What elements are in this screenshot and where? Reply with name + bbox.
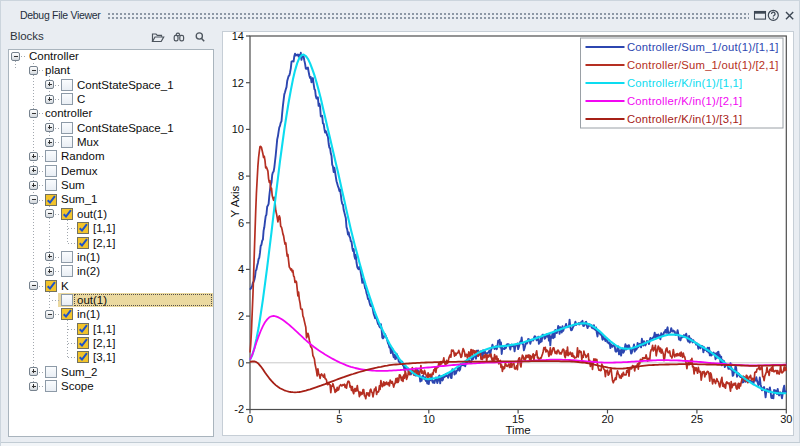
svg-text:Controller/K/in(1)/[3,1]: Controller/K/in(1)/[3,1]: [627, 113, 742, 125]
svg-text:0: 0: [247, 413, 253, 425]
svg-text:12: 12: [232, 77, 244, 89]
svg-text:10: 10: [423, 413, 435, 425]
svg-text:15: 15: [512, 413, 524, 425]
svg-text:0: 0: [238, 357, 244, 369]
svg-text:30: 30: [780, 413, 792, 425]
svg-text:25: 25: [691, 413, 703, 425]
svg-text:20: 20: [601, 413, 613, 425]
svg-text:5: 5: [336, 413, 342, 425]
svg-text:Controller/K/in(1)/[1,1]: Controller/K/in(1)/[1,1]: [627, 77, 742, 89]
svg-text:-2: -2: [234, 403, 244, 415]
svg-text:4: 4: [238, 263, 244, 275]
svg-text:6: 6: [238, 217, 244, 229]
svg-text:Y Axis: Y Axis: [229, 185, 241, 217]
svg-text:Time: Time: [506, 424, 531, 436]
svg-text:Controller/Sum_1/out(1)/[2,1]: Controller/Sum_1/out(1)/[2,1]: [627, 59, 778, 71]
svg-text:10: 10: [232, 123, 244, 135]
svg-text:14: 14: [232, 31, 244, 42]
svg-text:Controller/Sum_1/out(1)/[1,1]: Controller/Sum_1/out(1)/[1,1]: [627, 41, 778, 53]
svg-text:2: 2: [238, 310, 244, 322]
svg-text:Controller/K/in(1)/[2,1]: Controller/K/in(1)/[2,1]: [627, 95, 742, 107]
svg-text:8: 8: [238, 170, 244, 182]
